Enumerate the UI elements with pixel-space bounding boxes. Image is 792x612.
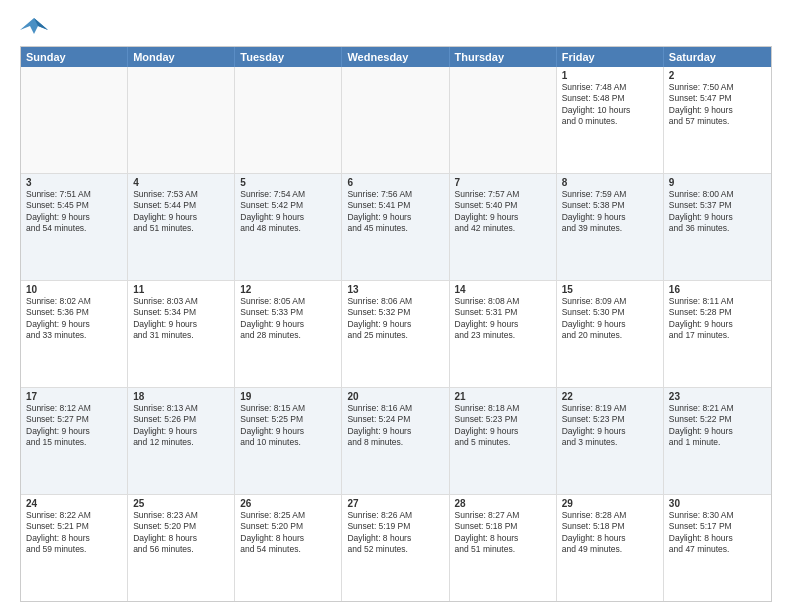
day-cell-11: 11Sunrise: 8:03 AM Sunset: 5:34 PM Dayli… — [128, 281, 235, 387]
calendar-row-2: 10Sunrise: 8:02 AM Sunset: 5:36 PM Dayli… — [21, 281, 771, 388]
day-number: 27 — [347, 498, 443, 509]
day-cell-27: 27Sunrise: 8:26 AM Sunset: 5:19 PM Dayli… — [342, 495, 449, 601]
day-cell-15: 15Sunrise: 8:09 AM Sunset: 5:30 PM Dayli… — [557, 281, 664, 387]
day-cell-5: 5Sunrise: 7:54 AM Sunset: 5:42 PM Daylig… — [235, 174, 342, 280]
day-detail: Sunrise: 8:02 AM Sunset: 5:36 PM Dayligh… — [26, 296, 122, 342]
day-number: 10 — [26, 284, 122, 295]
day-detail: Sunrise: 8:23 AM Sunset: 5:20 PM Dayligh… — [133, 510, 229, 556]
header-cell-monday: Monday — [128, 47, 235, 67]
day-detail: Sunrise: 8:25 AM Sunset: 5:20 PM Dayligh… — [240, 510, 336, 556]
day-cell-7: 7Sunrise: 7:57 AM Sunset: 5:40 PM Daylig… — [450, 174, 557, 280]
day-detail: Sunrise: 8:06 AM Sunset: 5:32 PM Dayligh… — [347, 296, 443, 342]
logo-icon — [20, 16, 48, 38]
day-cell-3: 3Sunrise: 7:51 AM Sunset: 5:45 PM Daylig… — [21, 174, 128, 280]
day-number: 11 — [133, 284, 229, 295]
day-number: 16 — [669, 284, 766, 295]
day-detail: Sunrise: 8:26 AM Sunset: 5:19 PM Dayligh… — [347, 510, 443, 556]
day-cell-4: 4Sunrise: 7:53 AM Sunset: 5:44 PM Daylig… — [128, 174, 235, 280]
day-detail: Sunrise: 8:05 AM Sunset: 5:33 PM Dayligh… — [240, 296, 336, 342]
calendar-row-4: 24Sunrise: 8:22 AM Sunset: 5:21 PM Dayli… — [21, 495, 771, 601]
day-cell-30: 30Sunrise: 8:30 AM Sunset: 5:17 PM Dayli… — [664, 495, 771, 601]
day-cell-10: 10Sunrise: 8:02 AM Sunset: 5:36 PM Dayli… — [21, 281, 128, 387]
day-detail: Sunrise: 8:13 AM Sunset: 5:26 PM Dayligh… — [133, 403, 229, 449]
day-cell-24: 24Sunrise: 8:22 AM Sunset: 5:21 PM Dayli… — [21, 495, 128, 601]
day-detail: Sunrise: 7:51 AM Sunset: 5:45 PM Dayligh… — [26, 189, 122, 235]
header-cell-sunday: Sunday — [21, 47, 128, 67]
day-number: 20 — [347, 391, 443, 402]
day-detail: Sunrise: 8:28 AM Sunset: 5:18 PM Dayligh… — [562, 510, 658, 556]
day-cell-8: 8Sunrise: 7:59 AM Sunset: 5:38 PM Daylig… — [557, 174, 664, 280]
day-number: 3 — [26, 177, 122, 188]
day-cell-13: 13Sunrise: 8:06 AM Sunset: 5:32 PM Dayli… — [342, 281, 449, 387]
day-number: 8 — [562, 177, 658, 188]
calendar-row-0: 1Sunrise: 7:48 AM Sunset: 5:48 PM Daylig… — [21, 67, 771, 174]
header-cell-wednesday: Wednesday — [342, 47, 449, 67]
day-cell-29: 29Sunrise: 8:28 AM Sunset: 5:18 PM Dayli… — [557, 495, 664, 601]
day-number: 18 — [133, 391, 229, 402]
day-cell-1: 1Sunrise: 7:48 AM Sunset: 5:48 PM Daylig… — [557, 67, 664, 173]
day-number: 19 — [240, 391, 336, 402]
header-cell-thursday: Thursday — [450, 47, 557, 67]
header-cell-friday: Friday — [557, 47, 664, 67]
day-number: 26 — [240, 498, 336, 509]
day-detail: Sunrise: 8:00 AM Sunset: 5:37 PM Dayligh… — [669, 189, 766, 235]
day-number: 29 — [562, 498, 658, 509]
day-cell-25: 25Sunrise: 8:23 AM Sunset: 5:20 PM Dayli… — [128, 495, 235, 601]
day-cell-18: 18Sunrise: 8:13 AM Sunset: 5:26 PM Dayli… — [128, 388, 235, 494]
day-number: 21 — [455, 391, 551, 402]
day-detail: Sunrise: 8:19 AM Sunset: 5:23 PM Dayligh… — [562, 403, 658, 449]
header-cell-saturday: Saturday — [664, 47, 771, 67]
day-detail: Sunrise: 8:18 AM Sunset: 5:23 PM Dayligh… — [455, 403, 551, 449]
day-number: 28 — [455, 498, 551, 509]
day-detail: Sunrise: 7:57 AM Sunset: 5:40 PM Dayligh… — [455, 189, 551, 235]
calendar-body: 1Sunrise: 7:48 AM Sunset: 5:48 PM Daylig… — [21, 67, 771, 601]
empty-cell — [21, 67, 128, 173]
day-detail: Sunrise: 7:50 AM Sunset: 5:47 PM Dayligh… — [669, 82, 766, 128]
empty-cell — [235, 67, 342, 173]
day-number: 22 — [562, 391, 658, 402]
calendar-row-3: 17Sunrise: 8:12 AM Sunset: 5:27 PM Dayli… — [21, 388, 771, 495]
day-number: 9 — [669, 177, 766, 188]
empty-cell — [128, 67, 235, 173]
day-detail: Sunrise: 8:09 AM Sunset: 5:30 PM Dayligh… — [562, 296, 658, 342]
day-detail: Sunrise: 8:22 AM Sunset: 5:21 PM Dayligh… — [26, 510, 122, 556]
day-cell-2: 2Sunrise: 7:50 AM Sunset: 5:47 PM Daylig… — [664, 67, 771, 173]
header-cell-tuesday: Tuesday — [235, 47, 342, 67]
day-detail: Sunrise: 8:08 AM Sunset: 5:31 PM Dayligh… — [455, 296, 551, 342]
day-detail: Sunrise: 8:11 AM Sunset: 5:28 PM Dayligh… — [669, 296, 766, 342]
calendar-row-1: 3Sunrise: 7:51 AM Sunset: 5:45 PM Daylig… — [21, 174, 771, 281]
day-detail: Sunrise: 7:54 AM Sunset: 5:42 PM Dayligh… — [240, 189, 336, 235]
day-detail: Sunrise: 7:56 AM Sunset: 5:41 PM Dayligh… — [347, 189, 443, 235]
day-detail: Sunrise: 7:48 AM Sunset: 5:48 PM Dayligh… — [562, 82, 658, 128]
day-number: 6 — [347, 177, 443, 188]
svg-marker-0 — [20, 18, 48, 34]
day-number: 25 — [133, 498, 229, 509]
day-cell-22: 22Sunrise: 8:19 AM Sunset: 5:23 PM Dayli… — [557, 388, 664, 494]
day-number: 2 — [669, 70, 766, 81]
day-detail: Sunrise: 8:27 AM Sunset: 5:18 PM Dayligh… — [455, 510, 551, 556]
day-detail: Sunrise: 7:53 AM Sunset: 5:44 PM Dayligh… — [133, 189, 229, 235]
empty-cell — [450, 67, 557, 173]
day-cell-20: 20Sunrise: 8:16 AM Sunset: 5:24 PM Dayli… — [342, 388, 449, 494]
day-cell-23: 23Sunrise: 8:21 AM Sunset: 5:22 PM Dayli… — [664, 388, 771, 494]
day-number: 24 — [26, 498, 122, 509]
day-number: 5 — [240, 177, 336, 188]
day-cell-19: 19Sunrise: 8:15 AM Sunset: 5:25 PM Dayli… — [235, 388, 342, 494]
day-number: 15 — [562, 284, 658, 295]
day-detail: Sunrise: 8:21 AM Sunset: 5:22 PM Dayligh… — [669, 403, 766, 449]
day-cell-6: 6Sunrise: 7:56 AM Sunset: 5:41 PM Daylig… — [342, 174, 449, 280]
day-cell-12: 12Sunrise: 8:05 AM Sunset: 5:33 PM Dayli… — [235, 281, 342, 387]
day-detail: Sunrise: 8:30 AM Sunset: 5:17 PM Dayligh… — [669, 510, 766, 556]
day-detail: Sunrise: 8:15 AM Sunset: 5:25 PM Dayligh… — [240, 403, 336, 449]
empty-cell — [342, 67, 449, 173]
day-number: 13 — [347, 284, 443, 295]
calendar-header: SundayMondayTuesdayWednesdayThursdayFrid… — [21, 47, 771, 67]
day-number: 23 — [669, 391, 766, 402]
day-detail: Sunrise: 8:03 AM Sunset: 5:34 PM Dayligh… — [133, 296, 229, 342]
day-cell-26: 26Sunrise: 8:25 AM Sunset: 5:20 PM Dayli… — [235, 495, 342, 601]
day-detail: Sunrise: 7:59 AM Sunset: 5:38 PM Dayligh… — [562, 189, 658, 235]
day-cell-28: 28Sunrise: 8:27 AM Sunset: 5:18 PM Dayli… — [450, 495, 557, 601]
day-cell-16: 16Sunrise: 8:11 AM Sunset: 5:28 PM Dayli… — [664, 281, 771, 387]
logo — [20, 16, 52, 38]
day-detail: Sunrise: 8:16 AM Sunset: 5:24 PM Dayligh… — [347, 403, 443, 449]
